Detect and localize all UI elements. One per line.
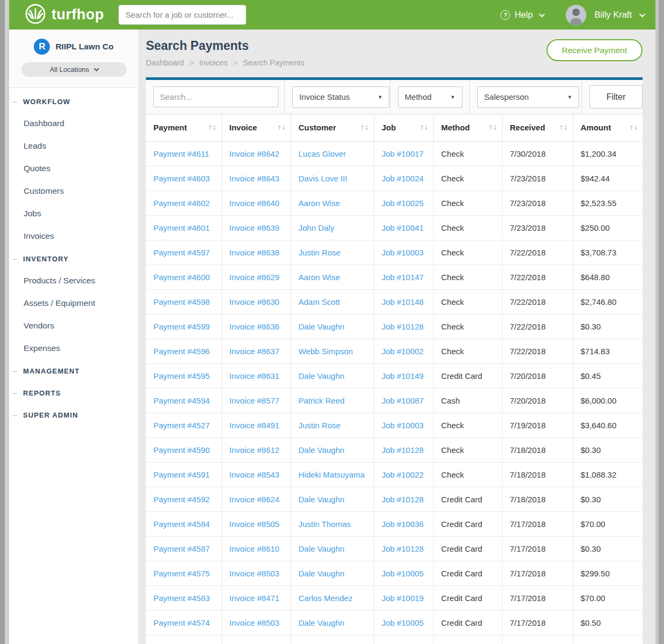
breadcrumb-item-dashboard[interactable]: Dashboard (146, 58, 184, 67)
column-header-received[interactable]: Received↑↓ (502, 114, 573, 141)
sidebar-item-jobs[interactable]: Jobs (9, 202, 138, 225)
invoice-status-select[interactable]: Invoice Status ▼ (292, 86, 389, 108)
invoice-link[interactable]: Invoice #8543 (230, 470, 279, 479)
invoice-link[interactable]: Invoice #8639 (230, 223, 279, 232)
payment-link[interactable]: Payment #4597 (153, 248, 210, 257)
customer-link[interactable]: Hideki Matsuyama (299, 470, 365, 479)
sidebar-section-workflow[interactable]: ---WORKFLOW (9, 91, 138, 112)
payment-link[interactable]: Payment #4591 (153, 470, 210, 479)
job-link[interactable]: Job #10087 (382, 396, 424, 405)
sort-icon[interactable]: ↑↓ (488, 124, 496, 131)
sidebar-section-management[interactable]: ---MANAGEMENT (9, 360, 138, 382)
invoice-link[interactable]: Invoice #8610 (230, 544, 279, 553)
payment-link[interactable]: Payment #4599 (153, 322, 210, 331)
customer-link[interactable]: Davis Love III (299, 174, 348, 183)
job-link[interactable]: Job #10148 (382, 297, 424, 306)
customer-link[interactable]: Adam Scott (299, 297, 341, 306)
payment-link[interactable]: Payment #4596 (153, 347, 210, 356)
column-header-method[interactable]: Method↑↓ (433, 114, 502, 141)
customer-link[interactable]: Justin Thomas (299, 519, 351, 529)
sidebar-item-customers[interactable]: Customers (9, 180, 138, 202)
column-header-invoice[interactable]: Invoice↑↓ (222, 114, 291, 141)
invoice-link[interactable]: Invoice #8612 (230, 445, 279, 455)
payment-link[interactable]: Payment #4575 (153, 569, 210, 578)
sort-icon[interactable]: ↑↓ (558, 124, 567, 131)
job-link[interactable]: Job #10128 (382, 445, 424, 455)
invoice-link[interactable]: Invoice #8629 (230, 273, 279, 282)
job-link[interactable]: Job #10128 (382, 544, 424, 553)
payment-link[interactable]: Payment #4527 (153, 421, 210, 430)
job-link[interactable]: Job #10036 (382, 519, 424, 529)
breadcrumb-item-invoices[interactable]: Invoices (199, 58, 227, 67)
customer-link[interactable]: Dale Vaughn (299, 569, 345, 578)
customer-link[interactable]: Dale Vaughn (299, 322, 345, 331)
customer-link[interactable]: Dale Vaughn (299, 445, 345, 455)
sidebar-section-inventory[interactable]: ---INVENTORY (9, 248, 138, 269)
payment-link[interactable]: Payment #4584 (153, 519, 210, 529)
job-link[interactable]: Job #10019 (382, 594, 424, 603)
customer-link[interactable]: Justin Rose (299, 248, 341, 257)
invoice-link[interactable]: Invoice #8637 (230, 347, 279, 356)
invoice-link[interactable]: Invoice #8640 (230, 199, 279, 208)
customer-link[interactable]: Dale Vaughn (299, 544, 345, 553)
sidebar-item-leads[interactable]: Leads (9, 135, 138, 157)
payment-link[interactable]: Payment #4603 (153, 174, 210, 183)
invoice-link[interactable]: Invoice #8642 (230, 149, 279, 158)
column-header-customer[interactable]: Customer↑↓ (291, 114, 374, 141)
invoice-link[interactable]: Invoice #8577 (230, 396, 279, 405)
customer-link[interactable]: Aaron Wise (299, 199, 341, 208)
invoice-link[interactable]: Invoice #8638 (230, 248, 279, 257)
customer-link[interactable]: John Daly (299, 223, 335, 232)
location-selector[interactable]: All Locations (21, 62, 127, 77)
job-link[interactable]: Job #10017 (382, 149, 424, 158)
invoice-link[interactable]: Invoice #8471 (230, 594, 279, 603)
invoice-link[interactable]: Invoice #8631 (230, 371, 279, 380)
brand-logo[interactable]: turfhop (24, 3, 104, 27)
filter-button[interactable]: Filter (589, 85, 643, 108)
sort-icon[interactable]: ↑↓ (276, 124, 285, 131)
sidebar-item-products-services[interactable]: Products / Services (9, 269, 138, 292)
invoice-link[interactable]: Invoice #8636 (230, 322, 279, 331)
invoice-link[interactable]: Invoice #8630 (230, 297, 279, 306)
column-header-payment[interactable]: Payment↑↓ (146, 114, 222, 141)
sidebar-item-quotes[interactable]: Quotes (9, 157, 138, 180)
payment-link[interactable]: Payment #4598 (153, 297, 210, 306)
customer-link[interactable]: Dale Vaughn (299, 371, 345, 380)
payment-link[interactable]: Payment #4595 (153, 371, 210, 380)
chevron-down-icon[interactable] (639, 11, 645, 17)
job-link[interactable]: Job #10005 (382, 569, 424, 578)
user-avatar[interactable] (566, 5, 586, 25)
receive-payment-button[interactable]: Receive Payment (547, 39, 643, 61)
payment-link[interactable]: Payment #4583 (153, 594, 210, 603)
payment-link[interactable]: Payment #4594 (153, 396, 210, 405)
sort-icon[interactable]: ↑↓ (419, 124, 427, 131)
left-scrollbar-thumb[interactable] (0, 0, 5, 644)
right-scrollbar[interactable] (655, 0, 664, 644)
method-select[interactable]: Method ▼ (398, 86, 462, 108)
customer-link[interactable]: Lucas Glover (299, 149, 346, 158)
sidebar-section-reports[interactable]: ---REPORTS (9, 382, 138, 404)
sidebar-item-dashboard[interactable]: Dashboard (9, 112, 138, 135)
user-name[interactable]: Billy Kraft (594, 10, 632, 20)
invoice-link[interactable]: Invoice #8503 (230, 569, 279, 578)
sidebar-item-assets-equipment[interactable]: Assets / Equipment (9, 292, 138, 314)
customer-link[interactable]: Dale Vaughn (299, 618, 345, 627)
help-menu[interactable]: ? Help (500, 10, 543, 20)
right-scrollbar-thumb[interactable] (659, 0, 664, 644)
invoice-link[interactable]: Invoice #8503 (230, 618, 279, 627)
column-header-amount[interactable]: Amount↑↓ (573, 114, 643, 141)
payment-link[interactable]: Payment #4592 (153, 495, 210, 504)
sort-icon[interactable]: ↑↓ (207, 124, 216, 131)
sort-icon[interactable]: ↑↓ (359, 124, 368, 131)
job-link[interactable]: Job #10003 (382, 248, 424, 257)
payment-link[interactable]: Payment #4587 (153, 544, 210, 553)
left-scrollbar[interactable] (0, 0, 9, 644)
invoice-link[interactable]: Invoice #8643 (230, 174, 279, 183)
customer-link[interactable]: Carlos Mendez (299, 594, 353, 603)
invoice-link[interactable]: Invoice #8505 (230, 519, 279, 529)
customer-link[interactable]: Webb Simpson (299, 347, 353, 356)
global-search-input[interactable] (119, 5, 246, 25)
invoice-link[interactable]: Invoice #8624 (230, 495, 279, 504)
sort-icon[interactable]: ↑↓ (629, 124, 637, 131)
payment-link[interactable]: Payment #4611 (153, 149, 209, 158)
